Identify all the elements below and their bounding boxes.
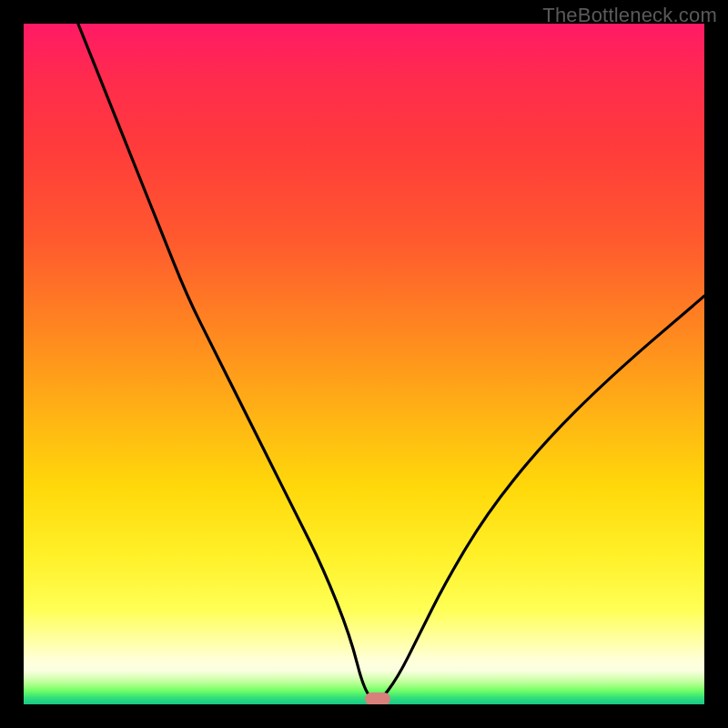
chart-frame: TheBottleneck.com [0,0,728,728]
bottleneck-curve-path [78,24,704,700]
curve-svg [24,24,704,704]
plot-area [24,24,704,704]
minimum-marker [365,693,390,704]
watermark-text: TheBottleneck.com [542,4,717,27]
